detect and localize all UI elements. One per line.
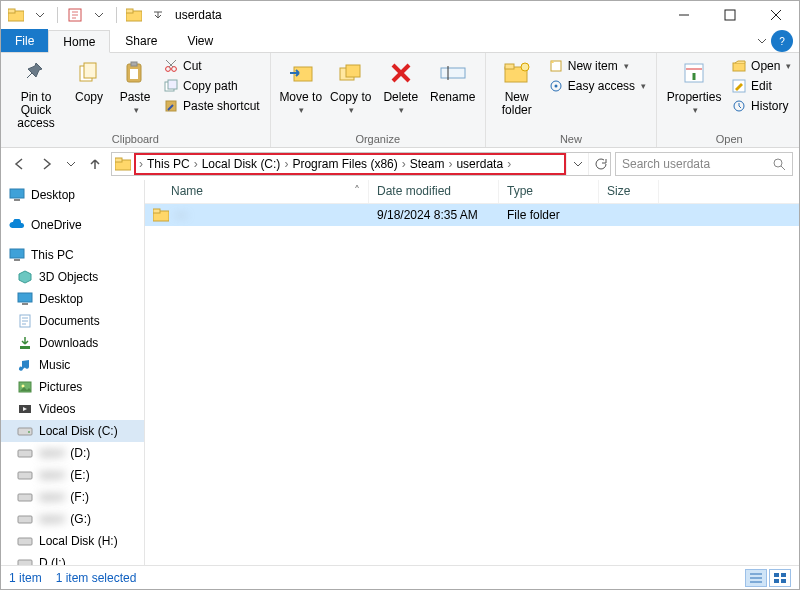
ribbon-collapse[interactable] <box>753 29 771 52</box>
tree-this-pc[interactable]: This PC <box>1 244 144 266</box>
large-icons-view-button[interactable] <box>769 569 791 587</box>
search-input[interactable]: Search userdata <box>615 152 793 176</box>
table-row[interactable]: — 9/18/2024 8:35 AM File folder <box>145 204 799 226</box>
scissors-icon <box>163 58 179 74</box>
crumb-userdata[interactable]: userdata <box>453 157 506 171</box>
tree-documents[interactable]: Documents <box>1 310 144 332</box>
paste-label: Paste <box>120 91 151 104</box>
tree-drive-e[interactable]: label (E:) <box>1 464 144 486</box>
rename-button[interactable]: Rename <box>429 57 477 104</box>
move-to-button[interactable]: Move to▾ <box>279 57 323 116</box>
music-icon <box>17 357 33 373</box>
folder-icon <box>153 207 169 223</box>
paste-shortcut-icon <box>163 98 179 114</box>
svg-rect-77 <box>781 579 786 583</box>
svg-rect-63 <box>18 428 32 435</box>
new-item-label: New item <box>568 59 618 73</box>
history-button[interactable]: History <box>729 97 793 115</box>
col-date[interactable]: Date modified <box>369 180 499 203</box>
paste-shortcut-button[interactable]: Paste shortcut <box>161 97 262 115</box>
copy-to-button[interactable]: Copy to▾ <box>329 57 373 116</box>
refresh-button[interactable] <box>588 153 610 175</box>
separator <box>116 7 117 23</box>
edit-button[interactable]: Edit <box>729 77 793 95</box>
col-name[interactable]: Name ˄ <box>145 180 369 203</box>
recent-locations[interactable] <box>63 152 79 176</box>
tree-music[interactable]: Music <box>1 354 144 376</box>
crumb-this-pc[interactable]: This PC <box>144 157 193 171</box>
navigation-tree[interactable]: Desktop OneDrive This PC 3D Objects Desk… <box>1 180 145 565</box>
col-size[interactable]: Size <box>599 180 659 203</box>
address-dropdown[interactable] <box>566 153 588 175</box>
tab-view[interactable]: View <box>172 29 228 52</box>
back-button[interactable] <box>7 152 31 176</box>
svg-rect-57 <box>22 303 28 305</box>
tree-drive-g[interactable]: label (G:) <box>1 508 144 530</box>
pin-to-quick-access-button[interactable]: Pin to Quick access <box>9 57 63 131</box>
svg-rect-76 <box>774 579 779 583</box>
tree-d-i[interactable]: D (I:) <box>1 552 144 565</box>
row-type: File folder <box>499 208 599 222</box>
svg-point-31 <box>554 85 557 88</box>
forward-button[interactable] <box>35 152 59 176</box>
new-folder-label: New folder <box>494 91 540 117</box>
crumb-local-c[interactable]: Local Disk (C:) <box>199 157 284 171</box>
tab-share[interactable]: Share <box>110 29 172 52</box>
open-label: Open <box>751 59 780 73</box>
new-item-button[interactable]: New item▾ <box>546 57 648 75</box>
tree-3d-objects[interactable]: 3D Objects <box>1 266 144 288</box>
delete-button[interactable]: Delete▾ <box>379 57 423 116</box>
crumb-program-files[interactable]: Program Files (x86) <box>289 157 400 171</box>
tree-drive-f[interactable]: label (F:) <box>1 486 144 508</box>
easy-access-button[interactable]: Easy access▾ <box>546 77 648 95</box>
new-folder-button[interactable]: New folder <box>494 57 540 117</box>
drive-icon <box>17 489 33 505</box>
selection-count: 1 item selected <box>56 571 137 585</box>
tree-desktop[interactable]: Desktop <box>1 184 144 206</box>
qat-dropdown-2[interactable] <box>88 4 110 26</box>
address-bar[interactable]: › This PC › Local Disk (C:) › Program Fi… <box>111 152 611 176</box>
tab-home[interactable]: Home <box>48 30 110 53</box>
help-icon[interactable]: ? <box>771 30 793 52</box>
copy-button[interactable]: Copy <box>69 57 109 104</box>
maximize-button[interactable] <box>707 1 753 29</box>
properties-button[interactable]: Properties▾ <box>665 57 723 116</box>
tree-local-disk-h[interactable]: Local Disk (H:) <box>1 530 144 552</box>
copy-path-icon <box>163 78 179 94</box>
cut-label: Cut <box>183 59 202 73</box>
quick-access-toolbar <box>5 4 169 26</box>
details-view-button[interactable] <box>745 569 767 587</box>
group-organize-label: Organize <box>279 131 477 145</box>
folder-icon-2 <box>123 4 145 26</box>
qat-customize[interactable] <box>147 4 169 26</box>
tree-drive-d[interactable]: label (D:) <box>1 442 144 464</box>
folder-icon <box>5 4 27 26</box>
copy-path-button[interactable]: Copy path <box>161 77 262 95</box>
objects3d-icon <box>17 269 33 285</box>
file-menu[interactable]: File <box>1 29 48 52</box>
tree-onedrive[interactable]: OneDrive <box>1 214 144 236</box>
tree-pictures[interactable]: Pictures <box>1 376 144 398</box>
minimize-button[interactable] <box>661 1 707 29</box>
group-new-label: New <box>494 131 648 145</box>
tree-local-disk-c[interactable]: Local Disk (C:) <box>1 420 144 442</box>
crumb-steam[interactable]: Steam <box>407 157 448 171</box>
tree-videos[interactable]: Videos <box>1 398 144 420</box>
svg-rect-75 <box>781 573 786 577</box>
svg-rect-66 <box>18 472 32 479</box>
properties-icon[interactable] <box>64 4 86 26</box>
col-type[interactable]: Type <box>499 180 599 203</box>
up-button[interactable] <box>83 152 107 176</box>
paste-button[interactable]: Paste ▾ <box>115 57 155 116</box>
tree-desktop-2[interactable]: Desktop <box>1 288 144 310</box>
svg-line-51 <box>781 166 785 170</box>
close-button[interactable] <box>753 1 799 29</box>
titlebar: userdata <box>1 1 799 29</box>
open-button[interactable]: Open▾ <box>729 57 793 75</box>
cut-button[interactable]: Cut <box>161 57 262 75</box>
copy-to-label: Copy to <box>330 91 371 104</box>
list-body[interactable]: — 9/18/2024 8:35 AM File folder <box>145 204 799 565</box>
copy-path-label: Copy path <box>183 79 238 93</box>
tree-downloads[interactable]: Downloads <box>1 332 144 354</box>
qat-dropdown[interactable] <box>29 4 51 26</box>
